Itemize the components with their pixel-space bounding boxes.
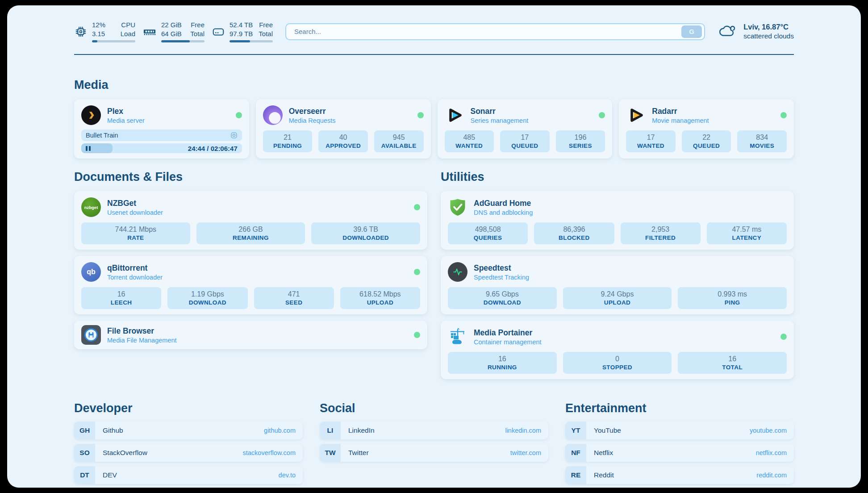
speedtest-icon <box>448 262 467 282</box>
disk-total: 97.9 TB <box>230 30 253 38</box>
section-title-utilities: Utilities <box>441 170 794 184</box>
service-subtitle: Movie management <box>652 117 709 124</box>
service-name: Overseerr <box>289 107 336 116</box>
service-card-plex[interactable]: Plex Media server Bullet Train <box>74 99 249 159</box>
stat-tile: 2,953 FILTERED <box>621 222 701 244</box>
bookmark-url: stackoverflow.com <box>243 449 296 456</box>
plex-icon <box>81 105 101 125</box>
stat-tile: 0 STOPPED <box>563 352 672 374</box>
cpu-progress-bar <box>92 40 135 42</box>
service-card-qbittorrent[interactable]: qb qBittorrent Torrent downloader 16 LEE… <box>74 256 427 314</box>
bookmark-linkedin[interactable]: LI LinkedIn linkedin.com <box>320 422 548 439</box>
bookmark-netflix[interactable]: NF Netflix netflix.com <box>565 444 794 462</box>
status-online-dot <box>599 112 605 118</box>
service-subtitle: Media Requests <box>289 117 336 124</box>
cpu-percent: 12% <box>92 21 105 29</box>
service-subtitle: DNS and adblocking <box>474 209 533 216</box>
pause-icon[interactable] <box>86 146 91 151</box>
service-subtitle: Series management <box>471 117 529 124</box>
service-name: Plex <box>107 107 145 116</box>
stat-tile: 744.21 Mbps RATE <box>81 222 190 244</box>
service-subtitle: Media server <box>107 117 145 124</box>
service-card-filebrowser[interactable]: File Browser Media File Management <box>74 321 427 349</box>
stat-tile: 16 RUNNING <box>448 352 557 374</box>
system-stats: 12% 3.15 CPU Load <box>74 21 273 42</box>
bookmark-name: Twitter <box>348 449 369 457</box>
ram-total: 64 GiB <box>161 30 182 38</box>
bookmark-youtube[interactable]: YT YouTube youtube.com <box>565 422 794 439</box>
bookmark-reddit[interactable]: RE Reddit reddit.com <box>565 466 794 484</box>
section-title-entertainment: Entertainment <box>565 401 794 415</box>
bookmark-url: twitter.com <box>510 449 541 456</box>
stat-tile: 945 AVAILABLE <box>374 130 424 152</box>
search-provider-button[interactable]: G <box>681 25 702 38</box>
bookmark-name: DEV <box>103 471 117 479</box>
service-card-speedtest[interactable]: Speedtest Speedtest Tracking 9.65 Gbps D… <box>441 256 794 314</box>
service-card-nzbget[interactable]: nzbget NZBGet Usenet downloader 744.21 M… <box>74 191 427 250</box>
service-name: Sonarr <box>471 107 529 116</box>
service-subtitle: Speedtest Tracking <box>474 274 529 281</box>
bookmark-abbr: GH <box>74 422 95 439</box>
cpu-stat: 12% 3.15 CPU Load <box>74 21 135 42</box>
service-card-portainer[interactable]: Media Portainer Container management 16 … <box>441 321 794 379</box>
nzbget-icon: nzbget <box>81 197 101 217</box>
stat-tile: 17 QUEUED <box>500 130 550 152</box>
section-media: Media Plex Media server Bullet Train <box>74 78 794 159</box>
bookmark-url: github.com <box>264 427 296 434</box>
service-card-radarr[interactable]: Radarr Movie management 17 WANTED 22 QUE… <box>619 99 794 159</box>
service-card-overseerr[interactable]: Overseerr Media Requests 21 PENDING 40 A… <box>256 99 431 159</box>
stat-tile: 471 SEED <box>254 287 334 309</box>
bookmark-abbr: RE <box>565 466 586 484</box>
stat-tile: 1.19 Gbps DOWNLOAD <box>167 287 247 309</box>
status-online-dot <box>414 269 420 275</box>
cloud-icon <box>718 23 737 41</box>
bookmark-url: reddit.com <box>756 472 787 479</box>
section-title-documents: Documents & Files <box>74 170 427 184</box>
stat-tile: 21 PENDING <box>263 130 313 152</box>
service-name: NZBGet <box>107 199 163 208</box>
bookmark-name: StackOverflow <box>103 449 147 457</box>
bookmark-github[interactable]: GH Github github.com <box>74 422 303 439</box>
section-entertainment: Entertainment YT YouTube youtube.com NF … <box>565 401 794 484</box>
overseerr-icon <box>263 105 283 125</box>
disk-icon <box>212 25 225 38</box>
sonarr-icon <box>445 105 464 125</box>
ram-progress-bar <box>161 40 204 42</box>
status-online-dot <box>414 332 420 338</box>
service-name: Media Portainer <box>474 328 542 338</box>
section-developer: Developer GH Github github.com SO StackO… <box>74 401 303 484</box>
service-name: File Browser <box>107 326 177 336</box>
service-card-adguard[interactable]: AdGuard Home DNS and adblocking 498,508 … <box>441 191 794 250</box>
stat-tile: 47.57 ms LATENCY <box>707 222 787 244</box>
disk-free: 52.4 TB <box>230 21 253 29</box>
stat-tile: 9.65 Gbps DOWNLOAD <box>448 287 557 309</box>
status-online-dot <box>414 204 420 210</box>
section-title-media: Media <box>74 78 794 92</box>
bookmark-abbr: DT <box>74 466 95 484</box>
stat-tile: 9.24 Gbps UPLOAD <box>563 287 672 309</box>
filebrowser-icon <box>81 325 101 345</box>
bookmark-abbr: LI <box>320 422 341 439</box>
radarr-icon <box>626 105 646 125</box>
now-playing-time: 24:44 / 02:06:47 <box>188 145 238 152</box>
dashboard-page: 12% 3.15 CPU Load <box>7 5 861 488</box>
stat-tile: 266 GB REMAINING <box>196 222 305 244</box>
bookmark-name: LinkedIn <box>348 426 375 435</box>
stat-tile: 498,508 QUERIES <box>448 222 528 244</box>
search-input[interactable] <box>293 27 681 36</box>
service-card-sonarr[interactable]: Sonarr Series management 485 WANTED 17 Q… <box>438 99 613 159</box>
now-playing-options-icon[interactable] <box>230 132 238 139</box>
ram-stat: 22 GiB 64 GiB Free Total <box>142 21 204 42</box>
bookmark-stackoverflow[interactable]: SO StackOverflow stackoverflow.com <box>74 444 303 462</box>
section-social: Social LI LinkedIn linkedin.com TW Twitt… <box>320 401 548 484</box>
bookmark-twitter[interactable]: TW Twitter twitter.com <box>320 444 548 462</box>
service-subtitle: Media File Management <box>107 337 177 344</box>
topbar: 12% 3.15 CPU Load <box>74 21 794 42</box>
disk-progress-bar <box>230 40 273 42</box>
section-title-developer: Developer <box>74 401 303 415</box>
bookmark-dev[interactable]: DT DEV dev.to <box>74 466 303 484</box>
stat-tile: 86,396 BLOCKED <box>534 222 614 244</box>
service-name: Radarr <box>652 107 709 116</box>
topbar-divider <box>74 54 794 55</box>
bookmark-abbr: NF <box>565 444 586 462</box>
